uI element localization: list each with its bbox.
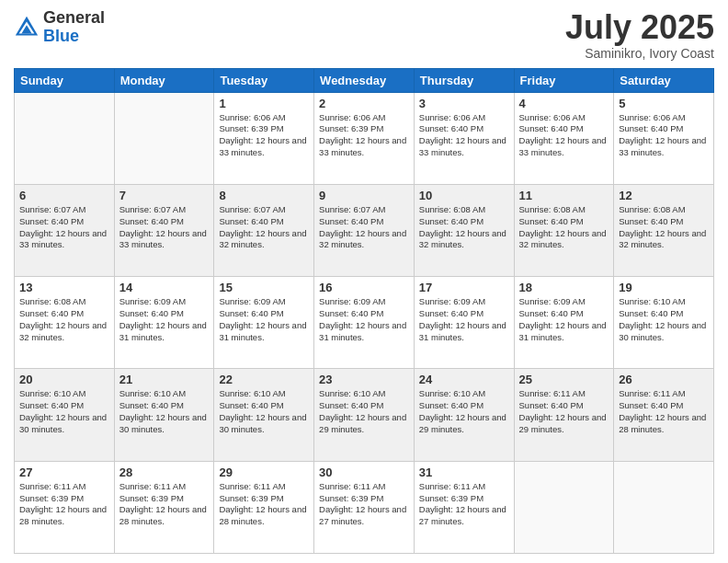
day-number: 15 [219,281,309,294]
calendar-row: 20Sunrise: 6:10 AM Sunset: 6:40 PM Dayli… [15,369,714,461]
day-info: Sunrise: 6:07 AM Sunset: 6:40 PM Dayligh… [19,204,109,251]
day-number: 21 [119,373,210,386]
day-info: Sunrise: 6:08 AM Sunset: 6:40 PM Dayligh… [419,204,509,251]
table-cell: 1Sunrise: 6:06 AM Sunset: 6:39 PM Daylig… [214,92,314,184]
calendar-row: 1Sunrise: 6:06 AM Sunset: 6:39 PM Daylig… [15,92,714,184]
table-cell: 31Sunrise: 6:11 AM Sunset: 6:39 PM Dayli… [414,461,514,553]
day-info: Sunrise: 6:07 AM Sunset: 6:40 PM Dayligh… [219,204,309,251]
day-number: 18 [519,281,609,294]
table-cell: 21Sunrise: 6:10 AM Sunset: 6:40 PM Dayli… [114,369,214,461]
day-number: 23 [319,373,409,386]
calendar-table: Sunday Monday Tuesday Wednesday Thursday… [14,68,714,554]
table-cell: 3Sunrise: 6:06 AM Sunset: 6:40 PM Daylig… [414,92,514,184]
day-info: Sunrise: 6:10 AM Sunset: 6:40 PM Dayligh… [619,296,709,343]
day-number: 17 [419,281,509,294]
day-info: Sunrise: 6:10 AM Sunset: 6:40 PM Dayligh… [319,388,409,435]
calendar-header-row: Sunday Monday Tuesday Wednesday Thursday… [15,68,714,92]
day-number: 5 [619,97,709,110]
table-cell: 24Sunrise: 6:10 AM Sunset: 6:40 PM Dayli… [414,369,514,461]
day-info: Sunrise: 6:08 AM Sunset: 6:40 PM Dayligh… [19,296,109,343]
day-info: Sunrise: 6:08 AM Sunset: 6:40 PM Dayligh… [619,204,709,251]
table-cell [114,92,214,184]
day-number: 11 [519,189,609,202]
page: General Blue July 2025 Saminikro, Ivory … [0,0,728,563]
day-info: Sunrise: 6:09 AM Sunset: 6:40 PM Dayligh… [419,296,509,343]
day-number: 24 [419,373,509,386]
day-number: 8 [219,189,309,202]
day-number: 4 [519,97,609,110]
day-number: 1 [219,97,309,110]
day-info: Sunrise: 6:07 AM Sunset: 6:40 PM Dayligh… [319,204,409,251]
logo-icon [14,15,40,40]
day-info: Sunrise: 6:11 AM Sunset: 6:39 PM Dayligh… [419,481,509,528]
day-number: 12 [619,189,709,202]
table-cell: 26Sunrise: 6:11 AM Sunset: 6:40 PM Dayli… [614,369,714,461]
day-number: 20 [19,373,109,386]
day-info: Sunrise: 6:10 AM Sunset: 6:40 PM Dayligh… [419,388,509,435]
day-info: Sunrise: 6:06 AM Sunset: 6:39 PM Dayligh… [319,112,409,159]
table-cell: 29Sunrise: 6:11 AM Sunset: 6:39 PM Dayli… [214,461,314,553]
day-number: 30 [319,465,409,479]
table-cell: 20Sunrise: 6:10 AM Sunset: 6:40 PM Dayli… [15,369,115,461]
day-number: 13 [19,281,109,294]
day-info: Sunrise: 6:11 AM Sunset: 6:40 PM Dayligh… [519,388,609,435]
day-number: 19 [619,281,709,294]
day-info: Sunrise: 6:11 AM Sunset: 6:39 PM Dayligh… [219,481,309,528]
col-wednesday: Wednesday [314,68,415,92]
col-saturday: Saturday [614,68,714,92]
day-info: Sunrise: 6:06 AM Sunset: 6:40 PM Dayligh… [619,112,709,159]
table-cell: 7Sunrise: 6:07 AM Sunset: 6:40 PM Daylig… [114,184,214,276]
day-number: 10 [419,189,509,202]
logo: General Blue [14,9,105,46]
day-number: 2 [319,97,409,110]
day-number: 22 [219,373,309,386]
calendar-row: 6Sunrise: 6:07 AM Sunset: 6:40 PM Daylig… [15,184,714,276]
day-info: Sunrise: 6:09 AM Sunset: 6:40 PM Dayligh… [319,296,409,343]
table-cell: 4Sunrise: 6:06 AM Sunset: 6:40 PM Daylig… [514,92,614,184]
table-cell: 25Sunrise: 6:11 AM Sunset: 6:40 PM Dayli… [514,369,614,461]
day-info: Sunrise: 6:06 AM Sunset: 6:40 PM Dayligh… [419,112,509,159]
day-number: 6 [19,189,109,202]
table-cell: 15Sunrise: 6:09 AM Sunset: 6:40 PM Dayli… [214,277,314,369]
day-info: Sunrise: 6:09 AM Sunset: 6:40 PM Dayligh… [219,296,309,343]
table-cell: 11Sunrise: 6:08 AM Sunset: 6:40 PM Dayli… [514,184,614,276]
day-number: 27 [19,465,109,479]
col-thursday: Thursday [414,68,514,92]
subtitle: Saminikro, Ivory Coast [565,46,714,61]
table-cell: 14Sunrise: 6:09 AM Sunset: 6:40 PM Dayli… [114,277,214,369]
logo-blue: Blue [43,28,105,46]
day-number: 25 [519,373,609,386]
table-cell: 13Sunrise: 6:08 AM Sunset: 6:40 PM Dayli… [15,277,115,369]
day-number: 3 [419,97,509,110]
col-friday: Friday [514,68,614,92]
table-cell: 12Sunrise: 6:08 AM Sunset: 6:40 PM Dayli… [614,184,714,276]
day-number: 9 [319,189,409,202]
table-cell [514,461,614,553]
table-cell [15,92,115,184]
table-cell: 10Sunrise: 6:08 AM Sunset: 6:40 PM Dayli… [414,184,514,276]
day-info: Sunrise: 6:07 AM Sunset: 6:40 PM Dayligh… [119,204,210,251]
col-tuesday: Tuesday [214,68,314,92]
col-monday: Monday [114,68,214,92]
title-block: July 2025 Saminikro, Ivory Coast [565,9,714,61]
table-cell [614,461,714,553]
table-cell: 8Sunrise: 6:07 AM Sunset: 6:40 PM Daylig… [214,184,314,276]
table-cell: 30Sunrise: 6:11 AM Sunset: 6:39 PM Dayli… [314,461,415,553]
table-cell: 23Sunrise: 6:10 AM Sunset: 6:40 PM Dayli… [314,369,415,461]
table-cell: 5Sunrise: 6:06 AM Sunset: 6:40 PM Daylig… [614,92,714,184]
table-cell: 19Sunrise: 6:10 AM Sunset: 6:40 PM Dayli… [614,277,714,369]
day-info: Sunrise: 6:08 AM Sunset: 6:40 PM Dayligh… [519,204,609,251]
day-number: 14 [119,281,210,294]
table-cell: 2Sunrise: 6:06 AM Sunset: 6:39 PM Daylig… [314,92,415,184]
day-info: Sunrise: 6:10 AM Sunset: 6:40 PM Dayligh… [119,388,210,435]
day-number: 31 [419,465,509,479]
table-cell: 16Sunrise: 6:09 AM Sunset: 6:40 PM Dayli… [314,277,415,369]
calendar-row: 27Sunrise: 6:11 AM Sunset: 6:39 PM Dayli… [15,461,714,553]
day-number: 16 [319,281,409,294]
day-number: 29 [219,465,309,479]
table-cell: 6Sunrise: 6:07 AM Sunset: 6:40 PM Daylig… [15,184,115,276]
day-number: 28 [119,465,210,479]
day-info: Sunrise: 6:09 AM Sunset: 6:40 PM Dayligh… [519,296,609,343]
header: General Blue July 2025 Saminikro, Ivory … [14,9,714,61]
table-cell: 18Sunrise: 6:09 AM Sunset: 6:40 PM Dayli… [514,277,614,369]
